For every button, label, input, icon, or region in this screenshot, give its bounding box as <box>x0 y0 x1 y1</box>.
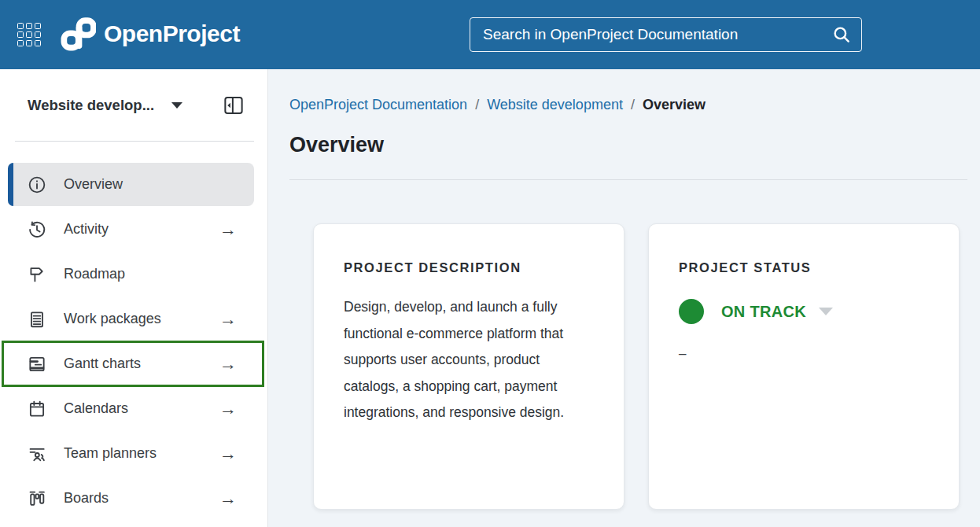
apps-grid-icon[interactable] <box>17 23 42 48</box>
logo-text: OpenProject <box>104 20 240 47</box>
content-divider <box>289 179 967 180</box>
search-input[interactable] <box>470 26 831 43</box>
sidebar-item-calendars[interactable]: Calendars → <box>8 387 254 430</box>
project-status-selector[interactable]: ON TRACK <box>679 299 929 324</box>
arrow-right-icon[interactable]: → <box>219 444 237 464</box>
global-search-box[interactable] <box>470 17 862 52</box>
document-icon <box>27 309 47 330</box>
sidebar-item-gantt-charts[interactable]: Gantt charts → <box>8 342 254 385</box>
project-description-text: Design, develop, and launch a fully func… <box>344 294 594 426</box>
sidebar-item-label: Overview <box>64 176 123 193</box>
collapse-sidebar-icon[interactable] <box>223 94 245 116</box>
boards-icon <box>27 488 47 509</box>
sidebar-item-activity[interactable]: Activity → <box>8 208 254 251</box>
status-description-empty: – <box>679 346 929 362</box>
calendar-icon <box>27 399 47 419</box>
sidebar-item-label: Gantt charts <box>64 356 141 372</box>
status-caret-down-icon[interactable] <box>819 308 833 315</box>
page-title: Overview <box>289 133 967 157</box>
sidebar-item-label: Activity <box>64 221 109 238</box>
team-icon <box>27 444 47 464</box>
sidebar-item-label: Roadmap <box>64 266 125 282</box>
main-content: OpenProject Documentation / Website deve… <box>268 69 980 527</box>
sidebar-item-label: Work packages <box>64 311 161 327</box>
openproject-app: OpenProject Website develop... <box>0 0 980 527</box>
status-label: ON TRACK <box>721 303 806 321</box>
project-status-card: PROJECT STATUS ON TRACK – <box>648 223 960 510</box>
project-selector[interactable]: Website develop... <box>28 94 254 116</box>
status-ring-icon <box>679 299 704 324</box>
project-caret-down-icon[interactable] <box>171 102 182 109</box>
breadcrumb-separator: / <box>631 97 635 113</box>
breadcrumb-link-project[interactable]: Website development <box>487 97 623 113</box>
overview-widgets: PROJECT DESCRIPTION Design, develop, and… <box>313 223 967 510</box>
project-description-card: PROJECT DESCRIPTION Design, develop, and… <box>313 223 624 510</box>
arrow-right-icon[interactable]: → <box>219 309 237 330</box>
project-sidebar: Website develop... <box>0 69 268 527</box>
top-header-bar: OpenProject <box>0 0 980 69</box>
project-title: Website develop... <box>28 97 154 114</box>
arrow-right-icon[interactable]: → <box>219 354 237 374</box>
arrow-right-icon[interactable]: → <box>219 399 237 419</box>
sidebar-item-team-planners[interactable]: Team planners → <box>8 432 254 475</box>
gantt-icon <box>27 354 47 374</box>
search-icon[interactable] <box>831 24 852 45</box>
breadcrumb-link-documentation[interactable]: OpenProject Documentation <box>289 97 467 113</box>
history-icon <box>27 219 47 240</box>
arrow-right-icon[interactable]: → <box>219 219 237 240</box>
sidebar-item-work-packages[interactable]: Work packages → <box>8 297 254 341</box>
card-heading: PROJECT STATUS <box>679 260 929 275</box>
sidebar-menu: Overview Activity → Roa <box>0 163 267 520</box>
breadcrumb-current: Overview <box>643 97 706 113</box>
sidebar-item-label: Boards <box>64 490 109 507</box>
breadcrumb: OpenProject Documentation / Website deve… <box>289 97 967 113</box>
card-heading: PROJECT DESCRIPTION <box>344 260 594 275</box>
sidebar-divider <box>15 141 254 142</box>
sidebar-item-label: Team planners <box>64 445 157 462</box>
sidebar-item-label: Calendars <box>64 400 128 417</box>
openproject-logo-icon <box>60 16 96 52</box>
sidebar-item-boards[interactable]: Boards → <box>8 477 254 520</box>
breadcrumb-separator: / <box>475 97 479 113</box>
openproject-logo[interactable]: OpenProject <box>60 16 240 52</box>
info-icon <box>27 175 47 195</box>
arrow-right-icon[interactable]: → <box>219 488 237 509</box>
signpost-icon <box>27 264 47 285</box>
sidebar-item-overview[interactable]: Overview <box>8 163 254 206</box>
sidebar-item-roadmap[interactable]: Roadmap <box>8 252 254 296</box>
